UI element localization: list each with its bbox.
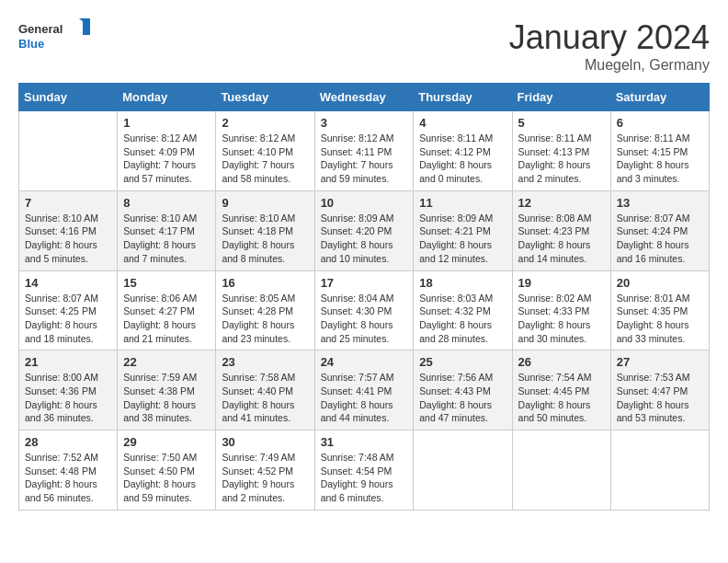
week-row: 28Sunrise: 7:52 AMSunset: 4:48 PMDayligh… [19, 431, 710, 511]
day-number: 14 [25, 276, 111, 290]
day-header-thursday: Thursday [414, 84, 512, 111]
day-number: 10 [321, 196, 408, 210]
day-number: 12 [518, 196, 605, 210]
day-number: 24 [321, 355, 408, 369]
page-header: General Blue January 2024 Muegeln, Germa… [18, 18, 710, 74]
day-cell: 1Sunrise: 8:12 AMSunset: 4:09 PMDaylight… [118, 111, 216, 191]
day-number: 6 [617, 116, 703, 130]
day-info: Sunrise: 8:10 AMSunset: 4:18 PMDaylight:… [222, 212, 308, 266]
day-cell: 27Sunrise: 7:53 AMSunset: 4:47 PMDayligh… [610, 350, 709, 431]
day-cell: 22Sunrise: 7:59 AMSunset: 4:38 PMDayligh… [118, 350, 216, 431]
day-info: Sunrise: 7:54 AMSunset: 4:45 PMDaylight:… [518, 371, 605, 425]
day-number: 30 [222, 435, 308, 449]
week-row: 7Sunrise: 8:10 AMSunset: 4:16 PMDaylight… [19, 190, 710, 270]
day-info: Sunrise: 7:57 AMSunset: 4:41 PMDaylight:… [321, 371, 408, 425]
day-info: Sunrise: 7:53 AMSunset: 4:47 PMDaylight:… [617, 371, 703, 425]
day-cell: 31Sunrise: 7:48 AMSunset: 4:54 PMDayligh… [314, 431, 414, 511]
calendar-table: SundayMondayTuesdayWednesdayThursdayFrid… [18, 83, 710, 511]
day-number: 20 [617, 276, 703, 290]
day-number: 11 [419, 196, 506, 210]
day-cell: 6Sunrise: 8:11 AMSunset: 4:15 PMDaylight… [610, 111, 709, 191]
day-header-saturday: Saturday [610, 84, 709, 111]
day-info: Sunrise: 8:12 AMSunset: 4:10 PMDaylight:… [222, 132, 308, 186]
day-number: 2 [222, 116, 308, 130]
day-cell: 2Sunrise: 8:12 AMSunset: 4:10 PMDaylight… [216, 111, 314, 191]
day-number: 22 [123, 355, 210, 369]
day-number: 27 [617, 355, 703, 369]
day-header-friday: Friday [512, 84, 610, 111]
day-cell: 30Sunrise: 7:49 AMSunset: 4:52 PMDayligh… [216, 431, 314, 511]
logo: General Blue [18, 18, 92, 55]
day-info: Sunrise: 8:11 AMSunset: 4:13 PMDaylight:… [518, 132, 605, 186]
logo-svg: General Blue [18, 18, 92, 55]
day-cell: 23Sunrise: 7:58 AMSunset: 4:40 PMDayligh… [216, 350, 314, 431]
day-number: 21 [25, 355, 111, 369]
day-info: Sunrise: 8:08 AMSunset: 4:23 PMDaylight:… [518, 212, 605, 266]
location: Muegeln, Germany [509, 57, 710, 74]
day-cell: 19Sunrise: 8:02 AMSunset: 4:33 PMDayligh… [512, 270, 610, 350]
day-number: 7 [25, 196, 111, 210]
day-cell: 9Sunrise: 8:10 AMSunset: 4:18 PMDaylight… [216, 190, 314, 270]
day-cell: 5Sunrise: 8:11 AMSunset: 4:13 PMDaylight… [512, 111, 610, 191]
day-cell: 29Sunrise: 7:50 AMSunset: 4:50 PMDayligh… [118, 431, 216, 511]
day-header-sunday: Sunday [19, 84, 118, 111]
day-cell: 26Sunrise: 7:54 AMSunset: 4:45 PMDayligh… [512, 350, 610, 431]
day-number: 8 [123, 196, 210, 210]
day-cell: 28Sunrise: 7:52 AMSunset: 4:48 PMDayligh… [19, 431, 118, 511]
day-number: 31 [321, 435, 408, 449]
day-number: 26 [518, 355, 605, 369]
day-info: Sunrise: 8:02 AMSunset: 4:33 PMDaylight:… [518, 292, 605, 346]
day-number: 25 [419, 355, 506, 369]
week-row: 21Sunrise: 8:00 AMSunset: 4:36 PMDayligh… [19, 350, 710, 431]
day-cell [414, 431, 512, 511]
day-info: Sunrise: 8:01 AMSunset: 4:35 PMDaylight:… [617, 292, 703, 346]
day-info: Sunrise: 8:12 AMSunset: 4:09 PMDaylight:… [123, 132, 210, 186]
day-info: Sunrise: 7:50 AMSunset: 4:50 PMDaylight:… [123, 451, 210, 505]
day-number: 18 [419, 276, 506, 290]
day-cell: 25Sunrise: 7:56 AMSunset: 4:43 PMDayligh… [414, 350, 512, 431]
day-number: 3 [321, 116, 408, 130]
day-cell: 14Sunrise: 8:07 AMSunset: 4:25 PMDayligh… [19, 270, 118, 350]
day-number: 17 [321, 276, 408, 290]
day-info: Sunrise: 8:10 AMSunset: 4:16 PMDaylight:… [25, 212, 111, 266]
day-cell: 12Sunrise: 8:08 AMSunset: 4:23 PMDayligh… [512, 190, 610, 270]
day-cell: 11Sunrise: 8:09 AMSunset: 4:21 PMDayligh… [414, 190, 512, 270]
day-cell [610, 431, 709, 511]
month-title: January 2024 [509, 18, 710, 57]
day-number: 5 [518, 116, 605, 130]
day-info: Sunrise: 8:05 AMSunset: 4:28 PMDaylight:… [222, 292, 308, 346]
day-number: 23 [222, 355, 308, 369]
day-number: 4 [419, 116, 506, 130]
day-number: 1 [123, 116, 210, 130]
day-cell: 8Sunrise: 8:10 AMSunset: 4:17 PMDaylight… [118, 190, 216, 270]
day-cell: 15Sunrise: 8:06 AMSunset: 4:27 PMDayligh… [118, 270, 216, 350]
day-cell: 13Sunrise: 8:07 AMSunset: 4:24 PMDayligh… [610, 190, 709, 270]
day-cell: 21Sunrise: 8:00 AMSunset: 4:36 PMDayligh… [19, 350, 118, 431]
day-info: Sunrise: 7:48 AMSunset: 4:54 PMDaylight:… [321, 451, 408, 505]
day-header-wednesday: Wednesday [314, 84, 414, 111]
day-info: Sunrise: 8:07 AMSunset: 4:25 PMDaylight:… [25, 292, 111, 346]
day-header-monday: Monday [118, 84, 216, 111]
week-row: 14Sunrise: 8:07 AMSunset: 4:25 PMDayligh… [19, 270, 710, 350]
day-info: Sunrise: 8:09 AMSunset: 4:21 PMDaylight:… [419, 212, 506, 266]
day-info: Sunrise: 8:09 AMSunset: 4:20 PMDaylight:… [321, 212, 408, 266]
day-cell: 4Sunrise: 8:11 AMSunset: 4:12 PMDaylight… [414, 111, 512, 191]
day-info: Sunrise: 8:00 AMSunset: 4:36 PMDaylight:… [25, 371, 111, 425]
day-cell: 18Sunrise: 8:03 AMSunset: 4:32 PMDayligh… [414, 270, 512, 350]
day-cell [512, 431, 610, 511]
day-cell: 20Sunrise: 8:01 AMSunset: 4:35 PMDayligh… [610, 270, 709, 350]
day-info: Sunrise: 8:07 AMSunset: 4:24 PMDaylight:… [617, 212, 703, 266]
svg-text:Blue: Blue [18, 37, 44, 51]
week-row: 1Sunrise: 8:12 AMSunset: 4:09 PMDaylight… [19, 111, 710, 191]
title-block: January 2024 Muegeln, Germany [509, 18, 710, 74]
day-info: Sunrise: 8:12 AMSunset: 4:11 PMDaylight:… [321, 132, 408, 186]
svg-text:General: General [18, 22, 63, 36]
day-number: 9 [222, 196, 308, 210]
day-info: Sunrise: 7:49 AMSunset: 4:52 PMDaylight:… [222, 451, 308, 505]
day-cell: 16Sunrise: 8:05 AMSunset: 4:28 PMDayligh… [216, 270, 314, 350]
day-cell: 24Sunrise: 7:57 AMSunset: 4:41 PMDayligh… [314, 350, 414, 431]
day-info: Sunrise: 8:04 AMSunset: 4:30 PMDaylight:… [321, 292, 408, 346]
day-cell [19, 111, 118, 191]
day-cell: 10Sunrise: 8:09 AMSunset: 4:20 PMDayligh… [314, 190, 414, 270]
day-header-tuesday: Tuesday [216, 84, 314, 111]
